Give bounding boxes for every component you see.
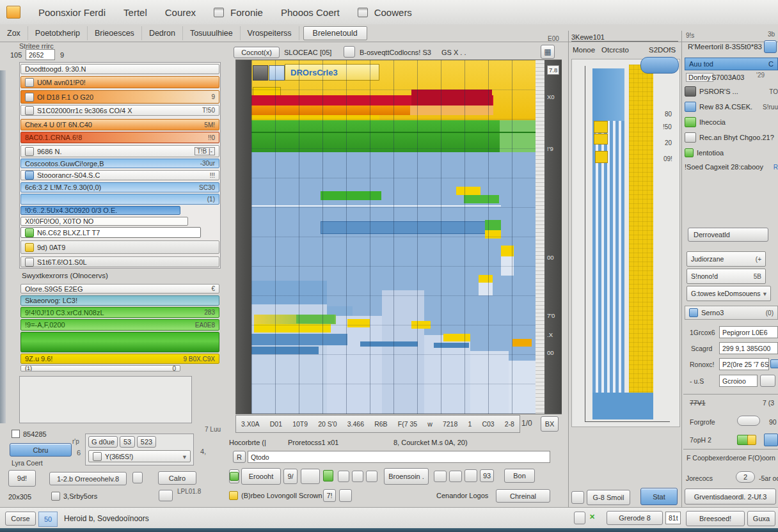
guxa-button[interactable]: Guxa (747, 511, 775, 526)
tab-tosuuulhiee[interactable]: Tosuuulhiee (183, 26, 241, 40)
smoil-button[interactable]: G-8 Smoil (587, 490, 630, 505)
snonold-dropdown[interactable]: S!nono!d5B (687, 269, 766, 284)
tool-icon-4[interactable] (434, 471, 447, 482)
field-value[interactable]: Pepigrorr L0E6 (719, 326, 778, 338)
list-item[interactable]: X0!0F0!O0, X0TO NO (20, 217, 188, 226)
qtodo-input[interactable]: Qtodo (248, 451, 550, 463)
small-icon-button[interactable] (159, 490, 173, 501)
tree-item[interactable]: Ientotioa (685, 146, 778, 160)
group-item[interactable] (20, 332, 219, 352)
donfoy-tab[interactable]: Donfoy (686, 73, 713, 82)
list-item[interactable]: 6c6:3.2 L!M.7c.9.30(0,0)SC30 (20, 182, 219, 192)
layers-icon-button[interactable] (229, 469, 239, 483)
tool-icon-1[interactable] (338, 471, 349, 482)
bon-button[interactable]: Bon (504, 469, 535, 483)
cocnot-button[interactable]: Cocnot(x) (234, 47, 280, 58)
7-button[interactable]: 7! (323, 489, 336, 502)
list-item[interactable]: Chex.4 U 0!T 6N.C405M! (20, 119, 219, 130)
gtowes-dropdown[interactable]: G:towes keDomsouens▾ (687, 286, 771, 301)
maximize-icon-button[interactable]: ▦ (541, 45, 555, 59)
tab-dropdown[interactable]: Brelenetould (303, 26, 367, 40)
list-item[interactable]: 8AC0.1.CRNA.6!8!!0 (20, 132, 219, 143)
93-button[interactable]: 93 (480, 469, 494, 482)
list-item[interactable]: Coscootos.GuwCi!orge,B-30ur (20, 159, 219, 168)
tree-item[interactable]: !Soed Cagxeit 28:cabooyR (685, 160, 778, 174)
tool-icon-3[interactable] (366, 471, 377, 482)
list-item[interactable]: OI D18 F.1 O G209 (20, 90, 219, 104)
status-icon-button[interactable] (574, 512, 585, 524)
tab-vrospeiterss[interactable]: Vrospeiterss (241, 26, 299, 40)
chart-plot-area[interactable]: DROrsCrIe3 (251, 60, 536, 414)
gauge-chart[interactable]: 80 !50 20 09! (571, 59, 680, 427)
chreinal-button[interactable]: Chreinal (496, 489, 550, 503)
menu-item-foronie[interactable]: Foronie (230, 7, 263, 18)
tool-523-button[interactable]: 523 (137, 436, 156, 448)
jorecocs-knob[interactable]: 2 (736, 471, 755, 483)
dots-button[interactable] (339, 489, 352, 502)
d0ue-button[interactable]: G d0ue (88, 436, 118, 448)
grventis-button[interactable]: Grventisdaeordl. 2-Uf.3 (685, 489, 776, 505)
right-header-icon-button[interactable] (764, 40, 777, 53)
tree-item[interactable]: Ihecocia (685, 115, 778, 129)
right-selected-row[interactable]: Auu todC (685, 58, 778, 70)
gauge-icon-button[interactable] (571, 491, 584, 504)
list-item[interactable]: 9d) 0AT9 (20, 240, 219, 254)
input-prefix-button[interactable]: R (233, 451, 246, 463)
list-item[interactable]: U0M avn01!P0! (20, 76, 219, 88)
list-input[interactable]: N6.C62 BLXZ.LT T7 (20, 227, 201, 238)
group-item[interactable]: Olore.S9G5 E2EG€ (20, 284, 219, 293)
left-checkbox-row[interactable]: 854285 (12, 430, 47, 438)
breesoed-button[interactable]: Breesoed! (686, 511, 745, 526)
plant-icon[interactable] (323, 470, 337, 483)
list-item[interactable]: Stooorancr-S04.S.C!!! (20, 170, 219, 180)
gauge-col-otcrcsto[interactable]: Otcrcsto (601, 46, 629, 54)
group-item[interactable]: 9!4!0J!10 C3.xrCd.N08zL283 (20, 307, 219, 318)
9d-button[interactable]: 9d! (8, 470, 36, 487)
field-value[interactable]: P2(0re 25 '7 6S (719, 358, 769, 370)
tool-icon-5[interactable] (449, 471, 462, 482)
menu-item-file[interactable]: Poonsxior Ferdi (38, 7, 106, 18)
tool-icon-button[interactable]: 53 (120, 436, 135, 448)
gauge-col-monoe[interactable]: Monoe (573, 46, 595, 54)
group-item[interactable]: (1)0 (20, 365, 180, 372)
menu-item-coowers[interactable]: Coowers (374, 7, 412, 18)
menu-item-courex[interactable]: Courex (165, 7, 196, 18)
list-item-selected[interactable]: !0:6..2.5Ux4.3C0920 0/3 O.E. (20, 206, 180, 215)
serno-header[interactable]: Serno3 (0) (685, 306, 778, 320)
tree-item[interactable]: Rew 83 A.CSEK.S!ruu (685, 100, 778, 114)
cbru-button[interactable]: Cbru (10, 443, 72, 457)
orreoeohelv-button[interactable]: 1-2.b Orreoeohelv.8 (49, 472, 127, 485)
blue-box-icon[interactable] (764, 434, 778, 446)
grid-icon-button[interactable] (132, 472, 143, 483)
stat-button[interactable]: Stat (640, 488, 678, 505)
tab-brieoesces[interactable]: Brieoesces (88, 26, 142, 40)
list-item[interactable]: S1t6T.6!O1.S0L (20, 256, 219, 267)
group-item[interactable]: !9=-A,F,0200EA0E8 (20, 319, 219, 331)
field-icon[interactable] (770, 359, 778, 368)
menu-item-tertel[interactable]: Tertel (123, 7, 147, 18)
y36-dropdown[interactable]: Y(36t5S!)▾ (88, 450, 191, 462)
group-item[interactable]: 9Z.u 9.6!9 B0X.C9X (20, 354, 219, 364)
tool-icon-2[interactable] (352, 471, 363, 482)
derroveatld-button[interactable]: Derroveatld (688, 228, 768, 242)
tab-dedron[interactable]: Dedron (142, 26, 183, 40)
bx-button[interactable]: BX (541, 416, 559, 432)
toggle-button[interactable] (760, 375, 775, 387)
left-id-field[interactable]: 2652 (26, 49, 55, 60)
gantt-chart[interactable]: DROrsCrIe3 (235, 59, 562, 414)
field-value[interactable]: Gcroioo (719, 375, 758, 387)
blank-button[interactable] (301, 469, 320, 484)
9-slash-button[interactable]: 9/ (283, 469, 298, 484)
tree-item[interactable]: Rec.an Bhyt Chgoo.21? (685, 130, 778, 145)
menu-item-phooos[interactable]: Phooos Coert (281, 7, 340, 18)
forgrofe-knob[interactable] (737, 416, 760, 426)
eroooht-button[interactable]: Eroooht (241, 468, 281, 485)
app-icon[interactable] (6, 6, 20, 19)
srby-row[interactable]: 3,Srby5ors (51, 492, 97, 501)
group-item[interactable]: Skaeorvog: LC3! (20, 295, 219, 306)
tree-item[interactable]: PSROR'S ...TO (685, 84, 778, 98)
tool-icon-6[interactable] (464, 469, 477, 482)
grerode-button[interactable]: Grerode 8 (607, 511, 663, 525)
corse-button[interactable]: Corse (5, 512, 36, 526)
tab-zox[interactable]: Zox (0, 26, 28, 40)
